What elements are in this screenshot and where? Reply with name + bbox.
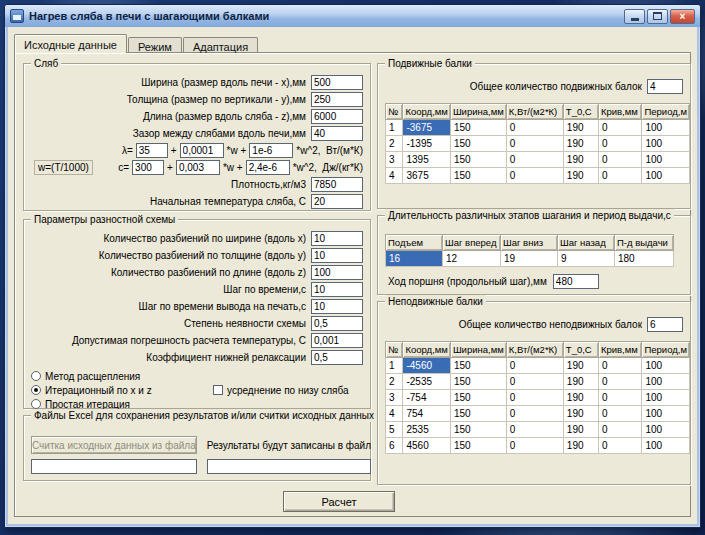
table-cell[interactable]: 190 — [563, 152, 598, 168]
close-button[interactable]: × — [670, 9, 695, 24]
lambda-a-input[interactable] — [136, 143, 168, 158]
table-cell[interactable]: 3 — [386, 152, 403, 168]
table-cell[interactable]: 150 — [450, 390, 506, 406]
table-cell[interactable]: 100 — [642, 358, 690, 374]
table-cell[interactable]: -4560 — [403, 358, 450, 374]
table-cell[interactable]: 150 — [450, 358, 506, 374]
tab-source-data[interactable]: Исходные данные — [14, 34, 127, 53]
table-cell[interactable]: 0 — [598, 168, 642, 184]
table-cell[interactable]: 100 — [642, 390, 690, 406]
table-cell[interactable]: 100 — [642, 120, 690, 136]
table-cell[interactable]: 190 — [563, 374, 598, 390]
read-file-input[interactable] — [31, 459, 197, 474]
table-cell[interactable]: 4 — [386, 168, 403, 184]
radio-iterative-xz[interactable]: Итерационный по x и z — [31, 384, 213, 396]
read-data-button[interactable]: Считка исходных данных из файла — [31, 436, 197, 454]
minimize-button[interactable] — [624, 9, 645, 24]
table-cell[interactable]: 100 — [642, 374, 690, 390]
table-cell[interactable]: 6 — [386, 438, 403, 454]
splits-y-input[interactable] — [311, 248, 363, 263]
table-cell[interactable]: 150 — [450, 168, 506, 184]
table-cell[interactable]: 150 — [450, 120, 506, 136]
table-cell[interactable]: 180 — [615, 251, 674, 267]
table-cell[interactable]: 0 — [598, 406, 642, 422]
tab-mode[interactable]: Режим — [128, 37, 182, 52]
table-cell[interactable]: 100 — [642, 136, 690, 152]
table-cell[interactable]: 190 — [563, 358, 598, 374]
table-cell[interactable]: 2 — [386, 374, 403, 390]
splits-z-input[interactable] — [311, 265, 363, 280]
density-input[interactable] — [311, 177, 363, 192]
table-cell[interactable]: 0 — [598, 136, 642, 152]
lambda-b-input[interactable] — [180, 143, 224, 158]
lambda-c-input[interactable] — [249, 143, 293, 158]
table-cell[interactable]: 190 — [563, 438, 598, 454]
table-cell[interactable]: 190 — [563, 390, 598, 406]
movable-count-input[interactable] — [647, 79, 683, 94]
table-cell[interactable]: 150 — [450, 136, 506, 152]
table-cell[interactable]: 1 — [386, 358, 403, 374]
table-cell[interactable]: 150 — [450, 438, 506, 454]
table-cell[interactable]: 16 — [386, 251, 443, 267]
slab-width-input[interactable] — [311, 75, 363, 90]
slab-thickness-input[interactable] — [311, 92, 363, 107]
table-cell[interactable]: 2535 — [403, 422, 450, 438]
splits-x-input[interactable] — [311, 231, 363, 246]
heat-c-input[interactable] — [246, 160, 290, 175]
relaxation-input[interactable] — [311, 350, 363, 365]
table-cell[interactable]: 0 — [506, 358, 563, 374]
table-cell[interactable]: 3675 — [403, 168, 450, 184]
table-cell[interactable]: -3675 — [403, 120, 450, 136]
table-cell[interactable]: 2 — [386, 136, 403, 152]
table-cell[interactable]: 0 — [598, 438, 642, 454]
table-cell[interactable]: 150 — [450, 152, 506, 168]
table-cell[interactable]: 100 — [642, 168, 690, 184]
table-cell[interactable]: -754 — [403, 390, 450, 406]
table-cell[interactable]: 100 — [642, 422, 690, 438]
radio-splitting-method[interactable]: Метод расщепления — [31, 370, 213, 382]
table-cell[interactable]: 0 — [506, 390, 563, 406]
tolerance-input[interactable] — [311, 333, 363, 348]
table-cell[interactable]: 0 — [506, 152, 563, 168]
checkbox-bottom-averaging[interactable]: усреднение по низу сляба — [213, 384, 349, 396]
table-cell[interactable]: 5 — [386, 422, 403, 438]
table-cell[interactable]: 4560 — [403, 438, 450, 454]
table-cell[interactable]: 0 — [506, 422, 563, 438]
table-cell[interactable]: 150 — [450, 406, 506, 422]
table-cell[interactable]: 0 — [506, 406, 563, 422]
time-step-input[interactable] — [311, 282, 363, 297]
table-cell[interactable]: 150 — [450, 374, 506, 390]
fixed-count-input[interactable] — [647, 317, 683, 332]
table-cell[interactable]: 100 — [642, 152, 690, 168]
table-cell[interactable]: 1395 — [403, 152, 450, 168]
table-cell[interactable]: 100 — [642, 438, 690, 454]
table-cell[interactable]: 190 — [563, 406, 598, 422]
tab-adaptation[interactable]: Адаптация — [183, 37, 258, 52]
table-cell[interactable]: 19 — [501, 251, 558, 267]
table-cell[interactable]: 0 — [598, 152, 642, 168]
table-cell[interactable]: 190 — [563, 168, 598, 184]
maximize-button[interactable] — [647, 9, 668, 24]
init-temp-input[interactable] — [311, 194, 363, 209]
table-cell[interactable]: 1 — [386, 120, 403, 136]
table-cell[interactable]: 4 — [386, 406, 403, 422]
table-cell[interactable]: 0 — [598, 390, 642, 406]
table-cell[interactable]: 12 — [443, 251, 501, 267]
table-cell[interactable]: 100 — [642, 406, 690, 422]
table-cell[interactable]: 150 — [450, 422, 506, 438]
table-cell[interactable]: 190 — [563, 120, 598, 136]
piston-stroke-input[interactable] — [553, 274, 599, 289]
table-cell[interactable]: 0 — [598, 120, 642, 136]
heat-b-input[interactable] — [176, 160, 220, 175]
results-file-input[interactable] — [207, 459, 371, 474]
table-cell[interactable]: 0 — [506, 136, 563, 152]
print-step-input[interactable] — [311, 299, 363, 314]
calc-button[interactable]: Расчет — [283, 491, 395, 512]
table-cell[interactable]: -2535 — [403, 374, 450, 390]
table-cell[interactable]: 0 — [506, 374, 563, 390]
slab-gap-input[interactable] — [311, 126, 363, 141]
table-cell[interactable]: 0 — [598, 374, 642, 390]
table-cell[interactable]: -1395 — [403, 136, 450, 152]
table-cell[interactable]: 3 — [386, 390, 403, 406]
implicitness-input[interactable] — [311, 316, 363, 331]
